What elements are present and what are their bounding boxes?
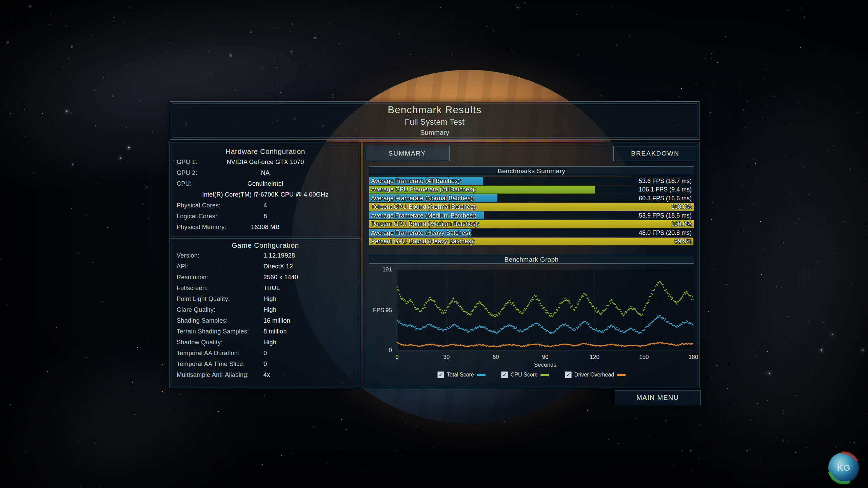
config-value: NA: [261, 169, 270, 177]
config-label: Shading Samples:: [177, 317, 228, 324]
summary-row-value: 53.6 FPS (18.7 ms): [639, 177, 692, 184]
summary-row-value: 100.0%: [671, 203, 692, 210]
config-value: GenuineIntel: [248, 180, 283, 187]
legend-checkbox[interactable]: ✓: [565, 371, 572, 378]
config-label: Terrain Shading Samples:: [177, 328, 249, 335]
config-row: CPU:GenuineIntel: [170, 178, 361, 189]
summary-rows: Average Framerate (All Batches):53.6 FPS…: [369, 177, 694, 245]
config-row: Logical Cores:8: [170, 211, 361, 222]
main-menu-button[interactable]: MAIN MENU: [615, 390, 701, 405]
kitguru-logo: KG: [827, 451, 861, 485]
config-row: GPU 2:NA: [170, 167, 361, 178]
y-axis-tick: 191: [371, 266, 392, 273]
config-value: DirectX 12: [263, 263, 293, 270]
summary-row: Percent GPU Bound (Medium Batches):100.0…: [369, 220, 694, 228]
config-row: Intel(R) Core(TM) i7-6700K CPU @ 4.00GHz: [170, 189, 361, 200]
config-row: API:DirectX 12: [170, 261, 361, 272]
summary-row-label: Average Framerate (Normal Batches):: [371, 195, 474, 202]
x-axis-tick: 180: [689, 354, 698, 361]
config-row: Resolution:868 x 488: [170, 272, 361, 283]
x-axis-label: Seconds: [397, 362, 693, 368]
summary-row: Percent GPU Bound (Heavy Batches):99.9%: [369, 238, 694, 245]
config-label: Version:: [177, 252, 199, 259]
tab-breakdown[interactable]: BREAKDOWN: [613, 146, 697, 161]
config-row: Point Light Quality:High: [170, 293, 361, 304]
screen-title: Benchmark Results: [388, 104, 482, 116]
hardware-configuration-title: Hardware Configuration: [170, 147, 361, 156]
config-label: Resolution:: [177, 274, 208, 281]
title-panel: Benchmark Results Full System Test Summa…: [170, 101, 699, 140]
legend-swatch: [477, 374, 486, 376]
config-row: Physical Memory:16308 MB: [170, 222, 361, 232]
legend-label: CPU Score: [511, 372, 538, 378]
config-value: 16308 MB: [251, 224, 279, 231]
config-label: API:: [177, 263, 189, 270]
legend-checkbox[interactable]: ✓: [437, 371, 444, 378]
config-label: GPU 2:: [177, 169, 197, 177]
config-label: Physical Cores:: [177, 202, 221, 209]
results-panel: SUMMARY BREAKDOWN Benchmarks Summary Ave…: [363, 142, 699, 388]
legend-item: ✓CPU Score: [501, 371, 549, 378]
benchmark-results-screen: Benchmark Results Full System Test Summa…: [0, 0, 868, 488]
legend-label: Total Score: [447, 372, 474, 378]
config-row: Temporal AA Time Slice:0: [170, 359, 361, 369]
y-axis-tick: 95: [371, 307, 392, 314]
summary-row: Average Framerate (Normal Batches):60.3 …: [369, 194, 694, 202]
hardware-rows: GPU 1:NVIDIA GeForce GTX 1070GPU 2:NACPU…: [170, 157, 361, 232]
summary-row-label: Average Framerate (All Batches):: [371, 177, 461, 184]
summary-row: Average Framerate (All Batches):53.6 FPS…: [369, 177, 694, 185]
legend-checkbox[interactable]: ✓: [501, 371, 508, 378]
tab-summary[interactable]: SUMMARY: [365, 146, 450, 161]
config-value: 16 million: [263, 317, 290, 324]
x-axis-tick: 0: [395, 354, 398, 361]
view-name: Summary: [420, 129, 449, 137]
legend-swatch: [617, 374, 626, 376]
config-row: Multisample Anti-Aliasing:4x: [170, 369, 361, 380]
summary-row-label: Percent GPU Bound (Heavy Batches):: [371, 238, 475, 245]
summary-row-value: 99.9%: [674, 238, 692, 245]
x-axis-tick: 90: [542, 354, 549, 361]
config-value: 0: [263, 350, 267, 357]
summary-row: Average Framerate (Heavy Batches):48.0 F…: [369, 229, 694, 237]
summary-row-value: 53.9 FPS (18.5 ms): [639, 212, 692, 219]
benchmarks-summary-header: Benchmarks Summary: [369, 166, 694, 175]
benchmarks-summary-box: Benchmarks Summary Average Framerate (Al…: [369, 166, 694, 247]
config-row: Version:1.12.19928: [170, 250, 361, 261]
test-name: Full System Test: [405, 118, 465, 127]
graph-area: FPS Seconds ✓Total Score✓CPU Score✓Drive…: [369, 255, 694, 384]
summary-row-value: 100.0%: [671, 221, 692, 228]
config-row: Shading Samples:16 million: [170, 315, 361, 326]
legend-item: ✓Total Score: [437, 371, 486, 378]
summary-row-label: Average Framerate (Medium Batches):: [371, 212, 476, 219]
config-value: 8: [263, 213, 267, 220]
config-label: Multisample Anti-Aliasing:: [177, 371, 249, 379]
config-value: 4: [263, 202, 267, 209]
config-row: Temporal AA Duration:0: [170, 348, 361, 359]
kitguru-logo-graphic: KG: [827, 451, 861, 485]
summary-row: Average Framerate (Medium Batches):53.9 …: [369, 211, 694, 219]
config-value: Intel(R) Core(TM) i7-6700K CPU @ 4.00GHz: [202, 191, 328, 198]
summary-row-label: Average CPU Framerate (All Batches):: [371, 186, 476, 193]
config-label: Glare Quality:: [177, 306, 215, 313]
legend-label: Driver Overhead: [574, 372, 614, 378]
config-value: 868 x 488: [263, 274, 298, 281]
config-label: Logical Cores:: [177, 213, 217, 220]
config-value: NVIDIA GeForce GTX 1070: [227, 159, 304, 166]
config-value: High: [263, 296, 276, 303]
x-axis-tick: 30: [443, 354, 450, 361]
config-row: GPU 1:NVIDIA GeForce GTX 1070: [170, 157, 361, 167]
legend-swatch: [540, 374, 549, 376]
config-label: Point Light Quality:: [177, 296, 230, 303]
game-configuration-panel: Game Configuration Version:1.12.19928API…: [170, 239, 361, 388]
x-axis-tick: 60: [493, 354, 499, 361]
config-row: Fullscreen:TRUE: [170, 283, 361, 293]
game-configuration-title: Game Configuration: [170, 241, 361, 249]
benchmark-plot: [397, 270, 693, 350]
config-row: Shadow Quality:High: [170, 337, 361, 348]
game-rows: Version:1.12.19928API:DirectX 12Resoluti…: [170, 250, 361, 380]
config-value: 8 million: [263, 328, 287, 335]
hardware-configuration-panel: Hardware Configuration GPU 1:NVIDIA GeFo…: [170, 142, 361, 239]
summary-row-value: 60.3 FPS (16.6 ms): [639, 195, 692, 202]
summary-row: Percent GPU Bound (Normal Batches):100.0…: [369, 203, 694, 211]
config-label: Fullscreen:: [177, 285, 208, 292]
